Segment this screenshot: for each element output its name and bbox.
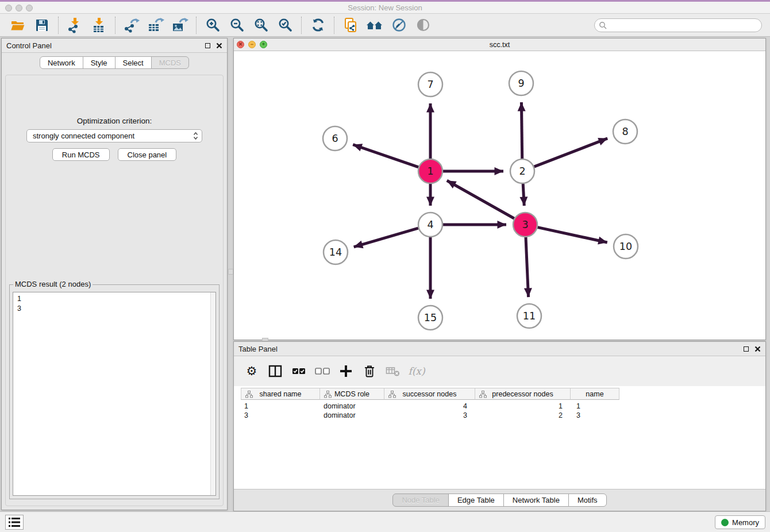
tab-style[interactable]: Style	[83, 56, 116, 69]
tab-network-table[interactable]: Network Table	[503, 494, 569, 507]
network-canvas[interactable]: 1234678910111415	[234, 51, 765, 340]
zoom-in-button[interactable]	[201, 15, 225, 36]
graph-edge-2-9[interactable]	[521, 102, 522, 159]
import-network-button[interactable]	[63, 15, 87, 36]
hierarchy-icon	[245, 391, 253, 398]
column-header-successor-nodes[interactable]: successor nodes	[384, 388, 475, 400]
tab-edge-table[interactable]: Edge Table	[448, 494, 504, 507]
zoom-out-icon	[229, 17, 245, 33]
checked-boxes-icon	[292, 364, 306, 378]
mcds-result-textarea[interactable]: 1 3	[13, 292, 216, 496]
graph-node-label-14: 14	[329, 246, 342, 258]
slashed-circle-icon	[391, 17, 407, 33]
open-session-button[interactable]	[6, 15, 30, 36]
zoom-selected-button[interactable]	[273, 15, 297, 36]
two-houses-icon	[366, 18, 383, 33]
refresh-icon	[310, 17, 326, 33]
graph-node-label-2: 2	[519, 165, 525, 177]
task-history-button[interactable]	[5, 515, 24, 530]
function-builder-button[interactable]: f(x)	[409, 364, 424, 379]
graph-edge-2-8[interactable]	[534, 138, 608, 167]
select-all-button[interactable]	[291, 364, 306, 379]
save-session-button[interactable]	[30, 15, 54, 36]
graph-edge-3-1[interactable]	[447, 180, 514, 218]
graph-edge-2-3[interactable]	[523, 184, 524, 206]
column-header-mcds-role[interactable]: MCDS role	[320, 388, 384, 400]
add-row-button[interactable]	[338, 364, 353, 379]
column-header-name[interactable]: name	[571, 388, 619, 400]
status-bar: Memory	[0, 511, 770, 532]
desktop-pane: Control Panel Network Style Select MCDS …	[0, 37, 770, 511]
tab-motifs[interactable]: Motifs	[568, 494, 607, 507]
vertical-split-handle[interactable]	[228, 269, 233, 275]
open-folder-icon	[10, 17, 26, 33]
zoom-out-button[interactable]	[225, 15, 249, 36]
cell-name: 3	[571, 411, 619, 420]
toolbar-separator	[58, 17, 59, 34]
criterion-select[interactable]: strongly connected component	[26, 129, 202, 142]
export-network-icon	[123, 17, 140, 33]
graph-edge-3-11[interactable]	[526, 237, 529, 297]
clear-style-button[interactable]	[387, 15, 411, 36]
table-settings-button[interactable]: ⚙	[244, 364, 259, 379]
export-table-button[interactable]	[144, 15, 168, 36]
cell-name: 1	[571, 402, 619, 411]
optimization-criterion-label: Optimization criterion:	[6, 117, 223, 125]
export-image-button[interactable]	[168, 15, 192, 36]
deselect-all-button[interactable]	[315, 364, 330, 379]
search-input[interactable]	[594, 18, 762, 32]
graph-node-label-6: 6	[332, 133, 338, 144]
table-row[interactable]: 1 dominator 4 1 1	[241, 402, 619, 411]
show-graphics-details-button[interactable]	[411, 15, 435, 36]
zoom-fit-icon	[253, 17, 269, 33]
column-label: name	[586, 390, 603, 398]
tab-node-table[interactable]: Node Table	[392, 494, 449, 507]
delete-row-button[interactable]	[362, 364, 377, 379]
fx-icon: f(x)	[408, 365, 425, 377]
select-stepper-icon	[193, 132, 198, 140]
control-panel-title: Control Panel	[6, 41, 52, 50]
cell-mcds-role: dominator	[320, 402, 384, 411]
graph-node-label-1: 1	[427, 165, 433, 177]
table-column-headers: shared name MCDS role successor nodes pr…	[241, 388, 619, 400]
network-window: ✕ − + scc.txt 1234678910111415	[233, 38, 766, 340]
graph-edge-4-14[interactable]	[354, 228, 418, 247]
graph-edge-3-10[interactable]	[537, 228, 607, 242]
graph-node-label-3: 3	[522, 219, 528, 230]
show-columns-button[interactable]	[268, 364, 283, 379]
clone-network-button[interactable]	[338, 15, 363, 36]
delete-table-button[interactable]	[386, 364, 401, 379]
column-header-predecessor-nodes[interactable]: predecessor nodes	[475, 388, 571, 400]
zoom-fit-button[interactable]	[249, 15, 273, 36]
result-scrollbar[interactable]	[210, 292, 215, 495]
cell-predecessor-nodes: 2	[475, 411, 571, 420]
export-network-button[interactable]	[120, 15, 144, 36]
first-neighbors-button[interactable]	[363, 15, 387, 36]
export-table-icon	[147, 17, 164, 33]
table-row[interactable]: 3 dominator 3 2 3	[241, 411, 619, 420]
control-panel: Control Panel Network Style Select MCDS …	[1, 38, 228, 510]
graph-node-label-15: 15	[424, 312, 437, 323]
close-panel-icon[interactable]	[754, 346, 761, 352]
tab-mcds[interactable]: MCDS	[151, 56, 189, 69]
tab-select[interactable]: Select	[115, 56, 152, 69]
memory-button[interactable]: Memory	[715, 515, 765, 529]
app-titlebar: Session: New Session	[0, 0, 770, 14]
toolbar-separator	[334, 17, 334, 34]
tab-network[interactable]: Network	[40, 56, 83, 69]
cell-mcds-role: dominator	[320, 411, 384, 420]
plus-icon	[339, 364, 353, 378]
graph-node-label-10: 10	[619, 241, 632, 252]
import-table-button[interactable]	[87, 15, 111, 36]
horizontal-split-handle[interactable]	[262, 338, 268, 341]
column-header-shared-name[interactable]: shared name	[241, 388, 320, 400]
float-panel-icon[interactable]	[205, 43, 210, 48]
mcds-result-line: 3	[13, 304, 215, 314]
graph-edge-1-6[interactable]	[353, 145, 418, 167]
refresh-view-button[interactable]	[306, 15, 330, 36]
close-panel-icon[interactable]	[216, 43, 222, 49]
float-panel-icon[interactable]	[744, 346, 749, 352]
toolbar-separator	[196, 17, 197, 34]
close-panel-button[interactable]: Close panel	[118, 148, 177, 161]
run-mcds-button[interactable]: Run MCDS	[52, 148, 110, 161]
